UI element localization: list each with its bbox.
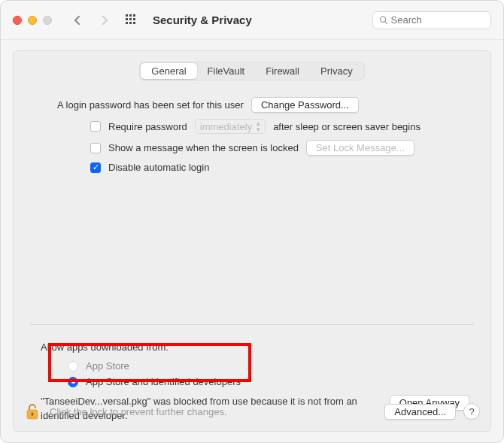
svg-rect-0 — [126, 14, 128, 17]
preferences-window: Security & Privacy General FileVault Fir… — [0, 0, 504, 443]
svg-rect-4 — [129, 18, 132, 20]
advanced-button[interactable]: Advanced... — [384, 404, 456, 420]
radio-identified-developers-label: App Store and identified developers — [86, 376, 241, 387]
tab-privacy[interactable]: Privacy — [310, 63, 363, 79]
lock-open-icon — [26, 402, 41, 420]
disable-auto-login-label: Disable automatic login — [108, 162, 209, 173]
disable-auto-login-checkbox[interactable] — [90, 162, 101, 173]
require-password-checkbox[interactable] — [90, 121, 101, 132]
require-password-label: Require password — [108, 121, 187, 132]
footer: Click the lock to prevent further change… — [14, 393, 490, 431]
svg-rect-13 — [32, 414, 32, 416]
require-password-delay-popup: immediately ▴▾ — [195, 119, 266, 134]
minimize-window-button[interactable] — [28, 16, 37, 25]
radio-appstore[interactable] — [68, 361, 78, 372]
back-button[interactable] — [67, 11, 88, 29]
content-area: General FileVault Firewall Privacy A log… — [1, 40, 503, 442]
change-password-button[interactable]: Change Password... — [251, 97, 359, 113]
lock-button[interactable] — [24, 402, 42, 420]
search-input[interactable] — [391, 14, 484, 26]
stepper-icon: ▴▾ — [257, 120, 260, 132]
search-icon — [379, 15, 388, 25]
tab-general[interactable]: General — [141, 63, 196, 79]
toolbar: Security & Privacy — [1, 1, 503, 40]
window-title: Security & Privacy — [153, 14, 252, 26]
window-controls — [13, 16, 52, 25]
tab-firewall[interactable]: Firewall — [255, 63, 310, 79]
svg-rect-3 — [126, 18, 128, 20]
tabs: General FileVault Firewall Privacy — [14, 62, 490, 80]
svg-rect-5 — [133, 18, 135, 20]
main-panel: General FileVault Firewall Privacy A log… — [13, 50, 491, 432]
require-password-after-label: after sleep or screen saver begins — [273, 121, 421, 132]
chevron-right-icon — [101, 15, 108, 26]
login-section: A login password has been set for this u… — [14, 80, 490, 197]
allow-apps-heading: Allow apps downloaded from: — [41, 341, 469, 353]
help-button[interactable]: ? — [463, 403, 480, 420]
svg-rect-7 — [129, 22, 132, 24]
search-field[interactable] — [372, 11, 491, 29]
show-all-button[interactable] — [121, 11, 142, 29]
svg-rect-6 — [126, 22, 128, 24]
grid-icon — [126, 14, 138, 26]
radio-appstore-label: App Store — [86, 360, 129, 372]
svg-line-10 — [385, 22, 387, 24]
show-message-checkbox[interactable] — [90, 143, 101, 153]
svg-rect-8 — [133, 22, 135, 24]
radio-identified-developers[interactable] — [68, 377, 78, 387]
show-message-label: Show a message when the screen is locked — [108, 142, 299, 153]
password-set-label: A login password has been set for this u… — [57, 99, 244, 111]
zoom-window-button — [43, 16, 52, 25]
svg-rect-1 — [129, 14, 132, 17]
forward-button — [94, 11, 115, 29]
close-window-button[interactable] — [13, 16, 22, 25]
chevron-left-icon — [74, 15, 81, 26]
set-lock-message-button: Set Lock Message... — [306, 140, 414, 156]
require-password-delay-value: immediately — [200, 121, 252, 132]
tab-filevault[interactable]: FileVault — [197, 63, 256, 79]
lock-hint-text: Click the lock to prevent further change… — [50, 406, 377, 417]
svg-rect-2 — [133, 14, 135, 17]
